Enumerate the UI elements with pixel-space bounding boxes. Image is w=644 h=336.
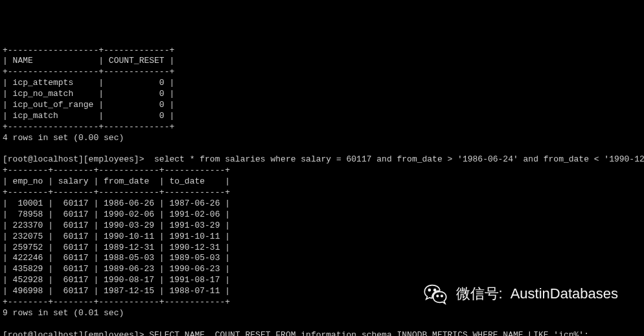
table2-row: | 452928 | 60117 | 1990-08-17 | 1991-08-… [3, 275, 230, 285]
table1-border-mid: +------------------+-------------+ [3, 67, 174, 77]
table2-row: | 259752 | 60117 | 1989-12-31 | 1990-12-… [3, 243, 230, 252]
table1-row: | icp_no_match | 0 | [3, 89, 174, 99]
table2-header: | emp_no | salary | from_date | to_date … [3, 176, 230, 186]
table2-border-mid: +--------+--------+------------+--------… [3, 187, 230, 197]
sql-query: SELECT NAME, COUNT_RESET FROM informatio… [149, 330, 589, 336]
table1-border-top: +------------------+-------------+ [3, 45, 174, 55]
table2-border-top: +--------+--------+------------+--------… [3, 165, 230, 175]
table2-row: | 232075 | 60117 | 1990-10-11 | 1991-10-… [3, 232, 230, 241]
table2-row: | 223370 | 60117 | 1990-03-29 | 1991-03-… [3, 221, 230, 230]
table2-row: | 435829 | 60117 | 1989-06-23 | 1990-06-… [3, 264, 230, 274]
prompt-line[interactable]: [root@localhost][employees]> SELECT NAME… [3, 330, 589, 336]
prompt-prefix: [root@localhost][employees]> [3, 154, 154, 164]
prompt-line[interactable]: [root@localhost][employees]> select * fr… [3, 154, 644, 164]
table2-row: | 78958 | 60117 | 1990-02-06 | 1991-02-0… [3, 210, 230, 219]
table1-header: | NAME | COUNT_RESET | [3, 56, 174, 66]
table1-row: | icp_attempts | 0 | [3, 78, 174, 88]
terminal-output[interactable]: +------------------+-------------+ | NAM… [3, 45, 641, 336]
table2-summary: 9 rows in set (0.01 sec) [3, 308, 124, 318]
table2-row: | 422246 | 60117 | 1988-05-03 | 1989-05-… [3, 253, 230, 263]
table2-row: | 496998 | 60117 | 1987-12-15 | 1988-07-… [3, 286, 230, 296]
sql-query: select * from salaries where salary = 60… [154, 154, 644, 164]
table1-border-bot: +------------------+-------------+ [3, 122, 174, 132]
table2-border-bot: +--------+--------+------------+--------… [3, 297, 230, 307]
table2-row: | 10001 | 60117 | 1986-06-26 | 1987-06-2… [3, 198, 230, 208]
table1-summary: 4 rows in set (0.00 sec) [3, 133, 124, 143]
prompt-prefix: [root@localhost][employees]> [3, 330, 149, 336]
table1-row: | icp_out_of_range | 0 | [3, 100, 174, 110]
table1-row: | icp_match | 0 | [3, 111, 174, 121]
